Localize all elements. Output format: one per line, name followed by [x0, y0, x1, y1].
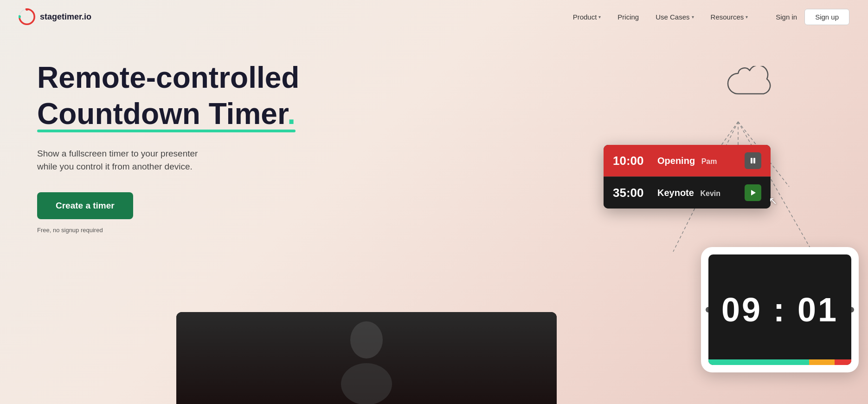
navbar: stagetimer.io Product ▾ Pricing Use Case…: [0, 0, 868, 33]
svg-point-2: [19, 15, 21, 18]
pause-button[interactable]: [745, 152, 761, 169]
nav-auth: Sign in Sign up: [776, 9, 849, 25]
signup-button[interactable]: Sign up: [804, 9, 849, 25]
illustration: 10:00 Opening Pam 35:00 Keynote Kevin: [553, 61, 868, 377]
chevron-down-icon: ▾: [692, 14, 694, 20]
svg-marker-10: [751, 190, 756, 195]
tablet: 09 : 01: [701, 247, 859, 372]
play-icon: [749, 189, 757, 196]
tablet-time: 09 : 01: [721, 291, 838, 329]
pause-icon: [749, 157, 757, 164]
signin-button[interactable]: Sign in: [776, 13, 797, 21]
row2-label: Keynote Kevin: [657, 188, 737, 198]
row1-speaker: Pam: [701, 157, 717, 165]
controller-panel: 10:00 Opening Pam 35:00 Keynote Kevin: [604, 145, 771, 209]
chevron-down-icon: ▾: [746, 14, 748, 20]
hero-section: Remote-controlled Countdown Timer. Show …: [0, 33, 868, 404]
logo-link[interactable]: stagetimer.io: [19, 8, 91, 25]
svg-rect-8: [751, 158, 752, 163]
timer-row-inactive: 35:00 Keynote Kevin: [604, 176, 771, 209]
create-timer-button[interactable]: Create a timer: [37, 192, 133, 219]
nav-use-cases[interactable]: Use Cases ▾: [656, 13, 694, 21]
timer-row-active: 10:00 Opening Pam: [604, 145, 771, 176]
row2-speaker: Kevin: [700, 189, 720, 197]
nav-pricing[interactable]: Pricing: [617, 13, 639, 21]
person-silhouette: [320, 312, 413, 404]
svg-rect-9: [753, 158, 755, 163]
nav-product[interactable]: Product ▾: [573, 13, 601, 21]
progress-orange: [809, 359, 834, 365]
hero-title-line1: Remote-controlled: [37, 61, 306, 94]
chevron-down-icon: ▾: [598, 14, 601, 20]
hero-subtitle: Show a fullscreen timer to your presente…: [37, 147, 306, 174]
progress-red: [835, 359, 851, 365]
video-placeholder: [176, 312, 557, 404]
svg-point-1: [26, 8, 28, 11]
svg-point-11: [350, 321, 383, 358]
logo-icon: [19, 8, 35, 25]
tablet-progress-bar: [708, 359, 851, 365]
free-note: Free, no signup required: [37, 227, 103, 234]
svg-point-12: [341, 363, 392, 404]
video-section: [176, 312, 557, 404]
hero-title: Remote-controlled Countdown Timer.: [37, 61, 306, 130]
hero-text: Remote-controlled Countdown Timer. Show …: [37, 61, 306, 234]
brand-name: stagetimer.io: [40, 12, 91, 22]
row1-label: Opening Pam: [657, 156, 737, 166]
row2-time: 35:00: [613, 186, 650, 200]
tablet-screen: 09 : 01: [708, 254, 851, 365]
progress-green: [708, 359, 809, 365]
play-button[interactable]: [745, 184, 761, 201]
cursor-icon: ↖: [769, 195, 777, 207]
hero-title-line2: Countdown Timer.: [37, 98, 296, 130]
row1-time: 10:00: [613, 154, 650, 168]
nav-resources[interactable]: Resources ▾: [711, 13, 748, 21]
nav-links: Product ▾ Pricing Use Cases ▾ Resources …: [573, 13, 748, 21]
hero-dot: .: [287, 97, 296, 130]
